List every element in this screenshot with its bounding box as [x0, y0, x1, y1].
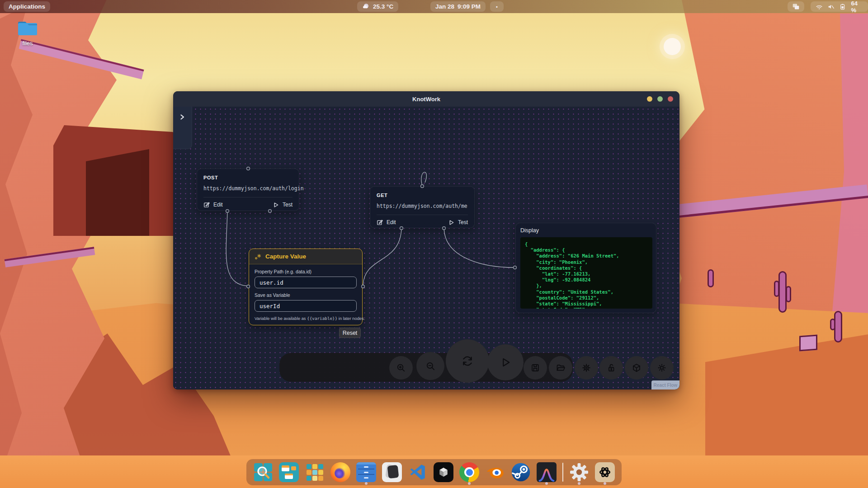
json-line: "city": "Phoenix",: [525, 259, 648, 265]
run-button[interactable]: [487, 344, 524, 380]
json-line: "stateCode": "MS": [525, 307, 648, 309]
settings-button[interactable]: [575, 356, 598, 380]
maximize-button[interactable]: [657, 96, 663, 102]
desktop-folder-files[interactable]: files: [13, 19, 42, 47]
temperature-label: 25.3 °C: [373, 3, 393, 10]
post-edit-label: Edit: [213, 202, 223, 208]
get-test-label: Test: [458, 219, 468, 225]
node-capture-value[interactable]: Capture Value Property Path (e.g. data.i…: [249, 249, 363, 325]
node-post[interactable]: POST https://dummyjson.com/auth/login Ed…: [197, 169, 299, 211]
cube-view-button[interactable]: [625, 356, 648, 380]
dock-item-files[interactable]: [356, 462, 376, 482]
dock-item-blender[interactable]: [485, 462, 505, 482]
battery-percent-label: 64 %: [851, 0, 863, 14]
zoom-in-button[interactable]: [389, 356, 413, 380]
sun-icon: [657, 363, 667, 373]
chrome-icon: [459, 462, 479, 482]
react-flow-attribution[interactable]: React Flow: [651, 380, 679, 389]
sun: [664, 38, 681, 55]
sidebar-expand-tab[interactable]: [173, 107, 192, 149]
workspaces-indicator[interactable]: [788, 1, 804, 12]
system-tray[interactable]: 64 %: [811, 1, 868, 12]
save-variable-label: Save as Variable: [255, 292, 357, 298]
open-project-button[interactable]: [549, 356, 572, 380]
dock-item-chrome[interactable]: [459, 462, 479, 482]
chevron-right-icon: [179, 114, 185, 120]
edge-post-to-capture: [226, 211, 247, 286]
json-line: "postalCode": "29112",: [525, 295, 648, 301]
zoom-in-icon: [396, 363, 406, 373]
top-panel: Applications 25.3 °C Jan 28 9:09 PM •: [0, 0, 868, 13]
dock-separator: [562, 463, 563, 482]
play-icon: [448, 220, 454, 225]
lock-button[interactable]: [599, 356, 623, 380]
json-line: "state": "Mississippi",: [525, 301, 648, 307]
knotwork-window: KnotWork POST https://dummyjson.com/auth…: [173, 91, 679, 389]
steam-icon: [511, 462, 531, 482]
edit-icon: [203, 202, 210, 208]
node-get-method: GET: [377, 192, 468, 198]
volume-muted-icon: [827, 3, 835, 10]
json-line: {: [525, 241, 648, 247]
json-line: "address": "626 Main Street",: [525, 253, 648, 259]
edge-get-to-display: [444, 228, 514, 267]
save-button[interactable]: [524, 356, 547, 380]
wifi-icon: [816, 3, 823, 10]
node-post-url: https://dummyjson.com/auth/login: [203, 185, 292, 192]
folder-open-icon: [556, 363, 566, 373]
refresh-button[interactable]: [446, 339, 489, 383]
reset-button[interactable]: Reset: [339, 328, 361, 338]
node-get[interactable]: GET https://dummyjson.com/auth/me Edit T…: [370, 186, 475, 228]
dock-item-firefox[interactable]: [330, 462, 350, 482]
applications-label: Applications: [9, 3, 45, 10]
notification-indicator[interactable]: •: [490, 1, 504, 12]
lock-open-icon: [606, 363, 616, 373]
dock-item-terminal[interactable]: [382, 462, 402, 482]
dock-item-steam[interactable]: [511, 462, 531, 482]
minimize-button[interactable]: [647, 96, 652, 102]
post-edit-button[interactable]: Edit: [203, 202, 223, 208]
window-titlebar[interactable]: KnotWork: [173, 91, 679, 107]
dock-item-app-grid[interactable]: [305, 462, 325, 482]
node-post-method: POST: [203, 175, 292, 180]
capture-title: Capture Value: [265, 253, 306, 260]
zoom-out-button[interactable]: [416, 352, 444, 380]
close-button[interactable]: [668, 96, 673, 102]
json-line: "address": {: [525, 247, 648, 253]
post-test-button[interactable]: Test: [273, 202, 292, 208]
dock-item-vscode[interactable]: [408, 462, 428, 482]
play-icon: [500, 357, 511, 368]
multitasking-icon: [279, 462, 299, 482]
dock-item-cube-3d-app[interactable]: [434, 462, 453, 482]
dock-item-settings[interactable]: [569, 462, 589, 482]
dock-item-app-search[interactable]: [253, 462, 273, 482]
settings-gear-icon: [569, 462, 589, 483]
json-line: "lat": -77.16213,: [525, 271, 648, 277]
knotwork-icon: [595, 462, 615, 482]
get-edit-label: Edit: [387, 219, 396, 225]
app-search-icon: [253, 462, 273, 482]
display-json-output: { "address": { "address": "626 Main Stre…: [520, 237, 652, 309]
property-path-input[interactable]: [255, 277, 357, 288]
battery-icon: [839, 3, 846, 10]
get-test-button[interactable]: Test: [448, 219, 468, 225]
json-line: },: [525, 283, 648, 289]
dock-item-knotwork-active[interactable]: [595, 462, 615, 482]
refresh-icon: [461, 355, 474, 367]
theme-toggle-button[interactable]: [650, 356, 674, 380]
vscode-icon: [409, 463, 427, 481]
weather-indicator[interactable]: 25.3 °C: [357, 1, 398, 12]
dock-item-multitasking[interactable]: [279, 462, 299, 482]
applications-menu-button[interactable]: Applications: [4, 1, 50, 12]
terminal-icon: [382, 462, 402, 482]
dock-item-gradient-curve-app[interactable]: [537, 462, 557, 482]
edit-icon: [377, 219, 383, 225]
save-variable-input[interactable]: [255, 300, 357, 312]
gradient-curve-icon: [537, 462, 557, 482]
node-display[interactable]: Display { "address": { "address": "626 M…: [515, 223, 656, 313]
property-path-label: Property Path (e.g. data.id): [255, 269, 357, 274]
workspaces-icon: [792, 3, 800, 10]
flow-canvas[interactable]: POST https://dummyjson.com/auth/login Ed…: [173, 107, 679, 389]
get-edit-button[interactable]: Edit: [377, 219, 396, 225]
datetime-indicator[interactable]: Jan 28 9:09 PM: [430, 1, 486, 12]
